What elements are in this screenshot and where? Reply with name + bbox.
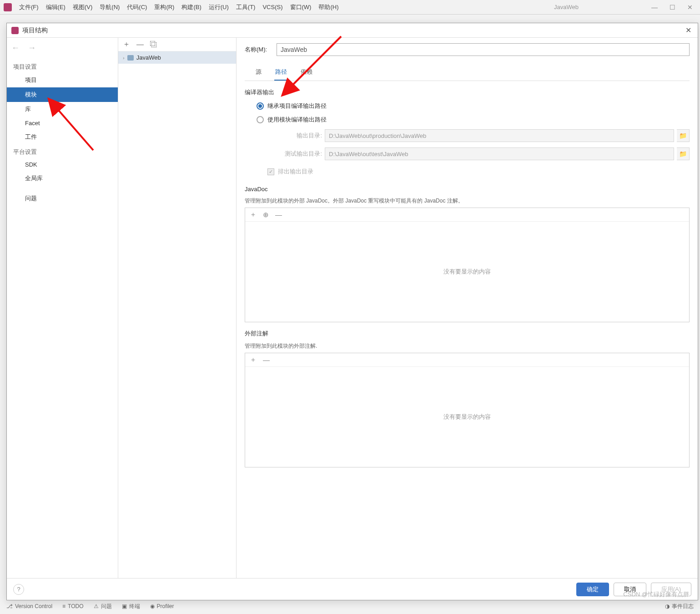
exclude-output-checkbox[interactable]: ✓ bbox=[267, 168, 274, 175]
exclude-output-row[interactable]: ✓ 排出输出目录 bbox=[245, 163, 690, 178]
sidebar-item-sdks[interactable]: SDK bbox=[7, 158, 118, 171]
module-tabs: 源 路径 依赖 bbox=[245, 62, 690, 81]
tab-paths[interactable]: 路径 bbox=[274, 65, 288, 81]
watermark-text: CSDN @忙碌好像有点胖 bbox=[623, 590, 689, 599]
radio-inherit-label: 继承项目编译输出路径 bbox=[267, 102, 327, 110]
test-output-dir-label: 测试输出目录: bbox=[267, 150, 322, 158]
app-title: JavaWeb bbox=[554, 4, 579, 10]
tree-node-label: JavaWeb bbox=[136, 54, 161, 61]
project-structure-dialog: 项目结构 ✕ ← → 项目设置 项目 模块 库 Facet 工件 平台设置 SD… bbox=[6, 23, 698, 600]
radio-inherit-row[interactable]: 继承项目编译输出路径 bbox=[245, 99, 690, 113]
tree-copy-icon[interactable]: ⿻ bbox=[150, 41, 157, 49]
statusbar-todo[interactable]: ≡TODO bbox=[62, 603, 83, 609]
output-dir-browse-icon[interactable]: 📁 bbox=[677, 129, 690, 142]
help-icon[interactable]: ? bbox=[13, 584, 24, 595]
dialog-logo-icon bbox=[11, 27, 19, 34]
menu-window[interactable]: 窗口(W) bbox=[287, 3, 315, 11]
annotations-empty-text: 没有要显示的内容 bbox=[245, 367, 689, 467]
radio-module-label: 使用模块编译输出路径 bbox=[267, 116, 327, 124]
dialog-title-text: 项目结构 bbox=[22, 26, 48, 35]
menu-view[interactable]: 视图(V) bbox=[69, 3, 96, 11]
sidebar-item-artifacts[interactable]: 工件 bbox=[7, 130, 118, 144]
main-menubar: 文件(F) 编辑(E) 视图(V) 导航(N) 代码(C) 重构(R) 构建(B… bbox=[0, 0, 700, 15]
settings-sidebar: ← → 项目设置 项目 模块 库 Facet 工件 平台设置 SDK 全局库 问… bbox=[7, 38, 118, 578]
compiler-output-heading: 编译器输出 bbox=[245, 81, 690, 99]
menu-navigate[interactable]: 导航(N) bbox=[96, 3, 123, 11]
javadoc-desc: 管理附加到此模块的外部 JavaDoc。外部 JavaDoc 重写模块中可能具有… bbox=[245, 195, 690, 206]
javadoc-add-icon[interactable]: ＋ bbox=[250, 210, 257, 219]
tree-add-icon[interactable]: ＋ bbox=[123, 40, 130, 49]
annotations-add-icon[interactable]: ＋ bbox=[250, 355, 257, 364]
dialog-titlebar: 项目结构 ✕ bbox=[7, 23, 698, 38]
window-minimize-icon[interactable]: — bbox=[651, 4, 658, 11]
menu-refactor[interactable]: 重构(R) bbox=[151, 3, 178, 11]
menu-vcs[interactable]: VCS(S) bbox=[259, 4, 286, 10]
nav-forward-icon[interactable]: → bbox=[28, 43, 36, 53]
menu-run[interactable]: 运行(U) bbox=[205, 3, 232, 11]
radio-inherit[interactable] bbox=[257, 102, 264, 110]
status-bar: ⎇Version Control ≡TODO ⚠问题 ▣终端 ◉Profiler… bbox=[0, 601, 700, 611]
dialog-close-icon[interactable]: ✕ bbox=[684, 26, 693, 35]
output-dir-input bbox=[325, 129, 674, 142]
annotations-remove-icon[interactable]: — bbox=[263, 356, 270, 364]
window-maximize-icon[interactable]: ☐ bbox=[670, 4, 675, 11]
javadoc-listbox: ＋ ⊕ — 没有要显示的内容 bbox=[245, 208, 690, 322]
tree-node-root[interactable]: › JavaWeb bbox=[118, 51, 236, 64]
tree-expand-icon[interactable]: › bbox=[123, 55, 125, 61]
javadoc-remove-icon[interactable]: — bbox=[275, 211, 282, 218]
annotations-listbox: ＋ — 没有要显示的内容 bbox=[245, 353, 690, 467]
dialog-footer: ? 确定 取消 应用(A) bbox=[7, 578, 698, 600]
exclude-output-label: 排出输出目录 bbox=[278, 167, 313, 176]
sidebar-item-modules[interactable]: 模块 bbox=[7, 87, 118, 102]
test-output-dir-browse-icon[interactable]: 📁 bbox=[677, 147, 690, 160]
menu-edit[interactable]: 编辑(E) bbox=[42, 3, 69, 11]
annotations-heading: 外部注解 bbox=[245, 322, 690, 340]
statusbar-events[interactable]: ◑事件日志 bbox=[665, 603, 694, 610]
nav-back-icon[interactable]: ← bbox=[11, 43, 20, 53]
statusbar-problems[interactable]: ⚠问题 bbox=[94, 603, 112, 610]
statusbar-vcs[interactable]: ⎇Version Control bbox=[6, 603, 52, 609]
name-label: 名称(M): bbox=[245, 46, 277, 54]
app-logo-icon bbox=[4, 3, 12, 11]
sidebar-item-libraries[interactable]: 库 bbox=[7, 102, 118, 117]
sidebar-section-project: 项目设置 bbox=[7, 59, 118, 73]
output-dir-label: 输出目录: bbox=[267, 132, 322, 140]
sidebar-item-problems[interactable]: 问题 bbox=[7, 191, 118, 206]
javadoc-add-url-icon[interactable]: ⊕ bbox=[263, 211, 269, 219]
menu-code[interactable]: 代码(C) bbox=[123, 3, 151, 11]
annotations-desc: 管理附加到此模块的外部注解. bbox=[245, 340, 690, 351]
menu-help[interactable]: 帮助(H) bbox=[315, 3, 342, 11]
branch-icon: ⎇ bbox=[6, 603, 13, 609]
sidebar-item-facets[interactable]: Facet bbox=[7, 117, 118, 130]
javadoc-empty-text: 没有要显示的内容 bbox=[245, 222, 689, 322]
sidebar-item-global-libs[interactable]: 全局库 bbox=[7, 171, 118, 186]
radio-module-row[interactable]: 使用模块编译输出路径 bbox=[245, 113, 690, 127]
statusbar-terminal[interactable]: ▣终端 bbox=[122, 603, 140, 610]
tab-dependencies[interactable]: 依赖 bbox=[300, 65, 313, 81]
menu-file[interactable]: 文件(F) bbox=[15, 3, 42, 11]
tree-remove-icon[interactable]: — bbox=[136, 41, 144, 49]
statusbar-profiler[interactable]: ◉Profiler bbox=[150, 603, 174, 609]
folder-icon bbox=[127, 55, 134, 61]
module-editor-panel: 名称(M): 源 路径 依赖 编译器输出 继承项目编译输出路径 使用模块编译输出… bbox=[237, 38, 698, 578]
javadoc-heading: JavaDoc bbox=[245, 178, 690, 195]
radio-module[interactable] bbox=[257, 116, 264, 123]
test-output-dir-input bbox=[325, 147, 674, 160]
ok-button[interactable]: 确定 bbox=[576, 583, 609, 596]
module-tree-panel: ＋ — ⿻ › JavaWeb bbox=[118, 38, 237, 578]
sidebar-item-project[interactable]: 项目 bbox=[7, 73, 118, 87]
menu-build[interactable]: 构建(B) bbox=[178, 3, 205, 11]
window-close-icon[interactable]: ✕ bbox=[687, 4, 693, 11]
sidebar-section-platform: 平台设置 bbox=[7, 144, 118, 158]
menu-tools[interactable]: 工具(T) bbox=[232, 3, 259, 11]
tab-sources[interactable]: 源 bbox=[255, 65, 262, 81]
module-name-input[interactable] bbox=[277, 43, 690, 56]
